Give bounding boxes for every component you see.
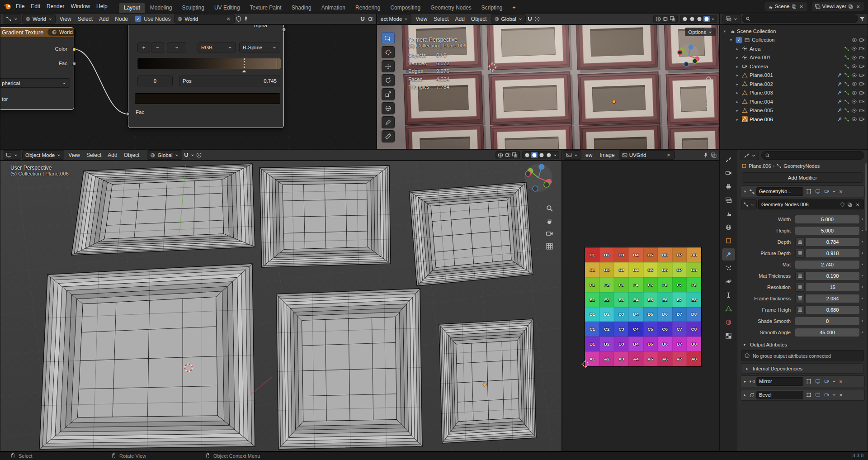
nodetree-modifier-icon[interactable]	[844, 117, 849, 122]
add-modifier-button[interactable]: Add Modifier	[742, 172, 863, 183]
show-overlays-icon[interactable]	[662, 16, 669, 22]
properties-tab-render[interactable]	[722, 167, 735, 179]
modifier-name-field[interactable]: GeometryNo...	[756, 187, 803, 196]
camera-menu-object[interactable]: Object	[468, 15, 490, 23]
animate-decorator[interactable]: •	[859, 273, 865, 278]
shader-menu-node[interactable]: Node	[112, 15, 131, 23]
unlink-node-group-icon[interactable]: ×	[854, 201, 861, 208]
ramp-interpolation-dropdown[interactable]: B-Spline	[239, 43, 280, 52]
outliner-row-camera[interactable]: ▸Camera	[720, 62, 868, 71]
disclosure-triangle[interactable]: ▾	[722, 29, 727, 33]
shader-menu-add[interactable]: Add	[96, 15, 112, 23]
scrollbar[interactable]	[865, 163, 867, 231]
outliner-row-plane-003[interactable]: ▸Plane.003	[720, 89, 868, 98]
show-gizmo-icon[interactable]	[655, 16, 661, 22]
properties-tab-modifiers[interactable]	[722, 248, 735, 261]
fac-input-socket[interactable]	[126, 112, 130, 116]
proportional-edit-icon[interactable]	[196, 152, 202, 158]
tab-layout[interactable]: Layout	[119, 3, 145, 13]
proportional-edit-icon[interactable]	[534, 16, 540, 22]
remove-modifier-icon[interactable]: ×	[838, 392, 844, 398]
input-attribute-toggle[interactable]	[795, 237, 805, 247]
image-datablock-field[interactable]: UVGrid ×	[619, 150, 675, 160]
disable-render-icon[interactable]	[859, 55, 865, 61]
realtime-display-icon[interactable]	[815, 189, 821, 194]
color-ramp-gradient[interactable]	[137, 58, 281, 69]
tab-animation[interactable]: Animation	[316, 3, 350, 13]
shading-rendered-icon[interactable]	[546, 152, 552, 158]
realtime-display-icon[interactable]	[815, 392, 821, 398]
remove-modifier-icon[interactable]: ×	[838, 378, 844, 385]
disable-render-icon[interactable]	[859, 90, 865, 96]
field-value[interactable]: 5.000	[795, 215, 859, 223]
field-value[interactable]: 0.784	[806, 238, 859, 246]
outliner-row-plane-004[interactable]: ▸Plane.004	[720, 97, 868, 106]
tool-rotate[interactable]	[382, 74, 395, 86]
animate-decorator[interactable]: •	[859, 296, 865, 301]
pan-hand-icon[interactable]	[546, 217, 553, 225]
filter-funnel-icon[interactable]	[859, 16, 865, 22]
image-editor-canvas[interactable]: H1H2H3H4H5H6H7H8G1G2G3G4G5G6G7G8F1F2F3F4…	[562, 161, 720, 451]
animate-decorator[interactable]: •	[859, 217, 865, 222]
field-value[interactable]: 0.190	[806, 272, 859, 280]
animate-decorator[interactable]: •	[859, 307, 865, 312]
chevron-down-icon[interactable]	[190, 153, 195, 157]
color-ramp-node[interactable]: Alpha + − RGB B-Spline 0 Pos 0.74	[128, 24, 284, 128]
ramp-index-field[interactable]: 0	[137, 76, 173, 86]
wrench-modifier-icon[interactable]	[837, 99, 842, 104]
shading-rendered-icon[interactable]	[703, 16, 710, 22]
shield-fake-user-icon[interactable]	[236, 16, 242, 22]
shader-menu-select[interactable]: Select	[75, 15, 96, 23]
nodetree-modifier-icon[interactable]	[844, 99, 849, 104]
chevron-down-icon[interactable]	[553, 153, 557, 157]
properties-search-input[interactable]	[761, 151, 864, 160]
hide-viewport-icon[interactable]	[851, 63, 857, 69]
object-data-icon[interactable]	[844, 46, 849, 52]
expand-icon[interactable]: ▸	[742, 379, 748, 384]
add-workspace-button[interactable]: +	[508, 3, 521, 13]
unlink-scene-icon[interactable]: ×	[798, 3, 805, 10]
field-value[interactable]: 0.680	[806, 306, 859, 314]
unlink-viewlayer-icon[interactable]: ×	[855, 3, 861, 10]
animate-decorator[interactable]: •	[859, 262, 865, 267]
properties-tab-world[interactable]	[722, 221, 735, 233]
viewport-menu-object[interactable]: Object	[121, 152, 143, 159]
node-group-name-field[interactable]: Geometry Nodes.006 ×	[758, 199, 864, 209]
animate-decorator[interactable]: •	[859, 285, 865, 289]
shading-material-icon[interactable]	[696, 16, 703, 22]
color-output-socket[interactable]	[72, 47, 76, 52]
menu-view-cut[interactable]: ew	[582, 152, 595, 159]
tool-move[interactable]	[382, 60, 395, 72]
animate-decorator[interactable]: •	[859, 228, 865, 233]
animate-decorator[interactable]: •	[859, 251, 865, 256]
properties-tab-scene[interactable]	[722, 208, 735, 220]
hide-viewport-icon[interactable]	[851, 90, 857, 96]
outliner-row-plane-001[interactable]: ▸Plane.001	[720, 71, 868, 80]
hide-viewport-icon[interactable]	[851, 108, 857, 114]
use-nodes-checkbox[interactable]: ✓ Use Nodes	[135, 15, 170, 22]
properties-tab-constraints[interactable]	[722, 289, 735, 301]
menu-image[interactable]: Image	[596, 152, 618, 159]
hide-viewport-icon[interactable]	[851, 37, 857, 43]
disclosure-triangle[interactable]: ▸	[735, 55, 740, 60]
disclosure-triangle[interactable]: ▸	[735, 64, 740, 69]
shield-fake-user-icon[interactable]	[840, 202, 845, 207]
alpha-output-socket[interactable]	[282, 28, 286, 32]
outliner-row-plane-002[interactable]: ▸Plane.002	[720, 80, 868, 89]
disable-render-icon[interactable]	[859, 99, 865, 104]
menu-file[interactable]: File	[13, 3, 28, 10]
wrench-modifier-icon[interactable]	[837, 108, 842, 113]
copy-icon[interactable]	[711, 152, 717, 158]
grid-ortho-icon[interactable]	[546, 242, 553, 250]
gradient-texture-node[interactable]: Gradient Texture Color Fac pherical tor	[0, 27, 74, 110]
properties-tab-particles[interactable]	[722, 262, 735, 274]
blender-logo-icon[interactable]	[4, 2, 12, 10]
render-display-icon[interactable]	[824, 189, 830, 194]
mode-dropdown[interactable]: Object Mode	[22, 150, 64, 160]
editor-type-button[interactable]	[563, 150, 581, 160]
outliner-row-scene-collection[interactable]: ▾Scene Collection	[720, 27, 868, 36]
disclosure-triangle[interactable]: ▸	[735, 82, 740, 86]
tab-compositing[interactable]: Compositing	[385, 3, 425, 13]
ramp-color-swatch[interactable]	[135, 93, 280, 104]
outliner-row-area-001[interactable]: ▸Area.001	[720, 53, 868, 62]
